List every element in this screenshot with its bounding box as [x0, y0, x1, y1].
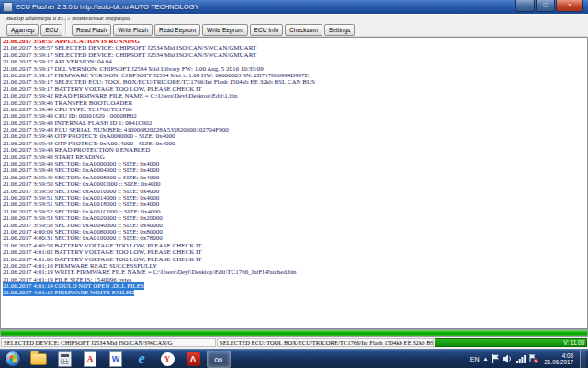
operations-group: Возможные операции Read FlashWrite Flash…	[72, 15, 355, 37]
text-editor-icon: A	[84, 351, 96, 367]
action-center-alert-icon[interactable]	[529, 354, 538, 363]
taskbar-explorer-button[interactable]	[27, 351, 51, 368]
action-center-flag-icon[interactable]	[492, 354, 500, 363]
ecu-flasher-glyph: ∞	[214, 353, 222, 365]
operations-group-label: Возможные операции	[72, 15, 355, 22]
close-button[interactable]: ×	[556, 0, 583, 12]
explorer-icon	[30, 353, 47, 365]
internet-explorer-icon: e	[138, 351, 144, 367]
ecu-flasher-window: ECU Flasher 2.3.0.b http://auto-bk.ru AU…	[0, 0, 588, 349]
toolbar-button-ecu[interactable]: ECU	[40, 24, 62, 36]
volume-icon[interactable]	[503, 354, 513, 363]
clock[interactable]: 4:03 21.06.2017	[544, 352, 573, 366]
yandex-browser-icon: Y	[161, 352, 175, 366]
start-icon	[5, 351, 21, 367]
system-tray: EN ▲	[470, 350, 588, 368]
taskbar-internet-explorer-button[interactable]: e	[130, 351, 153, 368]
toolbar-button-checksum[interactable]: Checksum	[285, 24, 322, 36]
word-icon: W	[109, 351, 122, 367]
language-indicator[interactable]: EN	[470, 356, 480, 362]
word-glyph: W	[112, 354, 120, 363]
titlebar: ECU Flasher 2.3.0.b http://auto-bk.ru AU…	[0, 0, 588, 14]
clock-time: 4:03	[544, 352, 573, 360]
statusbar: SELECTED DEVICE: CHIPSOFT J2534 Mid ISO/…	[0, 337, 588, 349]
toolbar-button-ecu-info[interactable]: ECU Info	[250, 24, 283, 36]
minimize-button[interactable]: –	[515, 0, 535, 12]
taskbar: AWeYΛ∞ EN ▲	[0, 349, 588, 368]
toolbar-button-settings[interactable]: Settings	[324, 24, 356, 36]
toolbar-divider	[65, 17, 67, 35]
toolbar-button-адаптер[interactable]: Адаптер	[6, 24, 39, 36]
taskbar-yandex-browser-button[interactable]: Y	[155, 351, 179, 368]
status-voltage-badge: V: 11.08	[435, 338, 587, 347]
taskbar-calculator-button[interactable]	[52, 351, 76, 368]
hidden-icons-chevron-icon[interactable]: ▲	[483, 356, 489, 362]
network-icon[interactable]	[516, 354, 526, 363]
log-line[interactable]: 21.06.2017 4:01:19 FIRMWARE WRITE FAILED	[3, 290, 587, 296]
clock-date: 21.06.2017	[544, 359, 573, 366]
show-desktop-button[interactable]	[580, 350, 586, 368]
log-area[interactable]: 21.06.2017 3:58:57 APPLICATION IS RUNNIN…	[0, 37, 588, 329]
operations-buttons-row: Read FlashWrite FlashRead EepromWrite Ee…	[72, 24, 355, 36]
toolbar-button-read-eeprom[interactable]: Read Eeprom	[154, 24, 200, 36]
taskbar-acrobat-reader-button[interactable]: Λ	[181, 351, 205, 368]
status-selected-device: SELECTED DEVICE: CHIPSOFT J2534 Mid ISO/…	[1, 338, 216, 347]
maximize-button[interactable]: □	[536, 0, 555, 12]
toolbar-button-write-flash[interactable]: Write Flash	[113, 24, 153, 36]
toolbar-button-read-flash[interactable]: Read Flash	[72, 24, 111, 36]
toolbar-button-write-eeprom[interactable]: Write Eeprom	[202, 24, 248, 36]
adapter-buttons-row: АдаптерECU	[6, 24, 70, 36]
window-title: ECU Flasher 2.3.0.b http://auto-bk.ru AU…	[16, 3, 514, 11]
taskbar-ecu-flasher-button[interactable]: ∞	[207, 351, 231, 368]
progress-bar-fill	[1, 330, 587, 336]
acrobat-reader-icon: Λ	[187, 352, 200, 366]
log-line-text: 21.06.2017 4:01:19 FIRMWARE WRITE FAILED	[3, 289, 134, 296]
ecu-flasher-icon: ∞	[214, 353, 222, 365]
taskbar-start-button[interactable]	[1, 351, 25, 368]
text-editor-glyph: A	[87, 354, 94, 363]
taskbar-word-button[interactable]: W	[104, 351, 128, 368]
window-controls: – □ ×	[514, 0, 583, 12]
adapter-group: Выбор адаптера и ECU АдаптерECU	[6, 15, 70, 37]
app-window-icon[interactable]	[3, 2, 13, 12]
calculator-icon	[58, 351, 72, 367]
internet-explorer-glyph: e	[138, 351, 144, 367]
progress-bar	[0, 329, 588, 337]
taskbar-text-editor-button[interactable]: A	[78, 351, 102, 368]
adapter-group-label: Выбор адаптера и ECU	[6, 15, 70, 22]
taskbar-apps: AWeYΛ∞	[0, 350, 232, 368]
status-selected-ecu: SELECTED ECU: TOOL BOX/ECU/TRICORE/TC176…	[217, 338, 434, 347]
yandex-browser-glyph: Y	[164, 354, 171, 363]
toolbar: Выбор адаптера и ECU АдаптерECU Возможны…	[0, 14, 588, 37]
acrobat-reader-glyph: Λ	[190, 354, 196, 363]
